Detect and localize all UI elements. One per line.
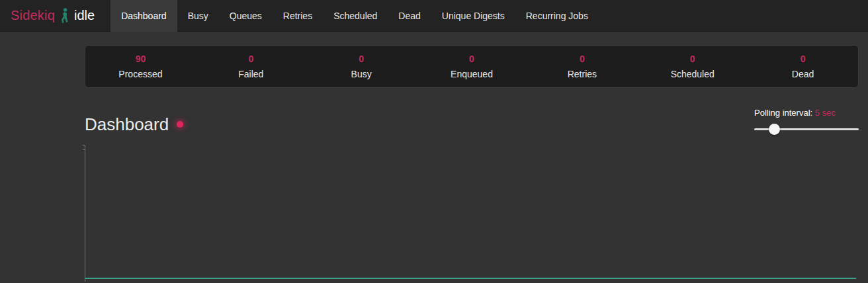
chart-series-line	[85, 278, 856, 279]
stat-busy: 0 Busy	[306, 54, 417, 79]
stat-dead-value: 0	[748, 54, 858, 64]
stat-dead-label: Dead	[748, 69, 858, 79]
chart-y-axis-tick	[83, 149, 85, 150]
stat-retries-label: Retries	[527, 69, 637, 79]
nav-item-dashboard[interactable]: Dashboard	[110, 0, 177, 32]
stat-scheduled: 0 Scheduled	[637, 54, 748, 79]
title-wrap: Dashboard	[85, 114, 183, 134]
dashboard-header-row: Dashboard Polling interval: 5 sec	[85, 108, 859, 135]
nav-item-queues[interactable]: Queues	[219, 0, 273, 32]
polling-interval-slider[interactable]	[754, 124, 859, 135]
live-beacon-icon	[177, 121, 183, 128]
stat-enqueued-label: Enqueued	[417, 69, 527, 79]
nav-item-recurring-jobs[interactable]: Recurring Jobs	[515, 0, 599, 32]
sidekiq-brand[interactable]: Sidekiq idle	[0, 0, 101, 31]
realtime-dashboard-chart	[85, 145, 859, 282]
stat-retries: 0 Retries	[527, 54, 637, 79]
stat-busy-value: 0	[306, 54, 417, 64]
stat-enqueued-value: 0	[417, 54, 527, 64]
slider-thumb[interactable]	[769, 124, 780, 135]
brand-name: Sidekiq	[11, 8, 55, 23]
page-title: Dashboard	[85, 114, 169, 134]
chart-y-axis-tick	[83, 145, 85, 146]
stat-enqueued: 0 Enqueued	[417, 54, 527, 79]
stats-summary-bar: 90 Processed 0 Failed 0 Busy 0 Enqueued …	[85, 45, 859, 88]
stat-retries-value: 0	[527, 54, 637, 64]
chart-y-axis	[85, 145, 85, 282]
stat-failed: 0 Failed	[196, 54, 306, 79]
nav-item-scheduled[interactable]: Scheduled	[323, 0, 388, 32]
nav-tabs: Dashboard Busy Queues Retries Scheduled …	[110, 0, 599, 31]
page-container: 90 Processed 0 Failed 0 Busy 0 Enqueued …	[85, 45, 859, 282]
stat-processed-value: 90	[85, 54, 196, 64]
stat-processed-label: Processed	[85, 69, 196, 79]
stat-scheduled-label: Scheduled	[637, 69, 748, 79]
polling-interval-label: Polling interval:	[754, 108, 812, 118]
stat-busy-label: Busy	[306, 69, 417, 79]
nav-item-retries[interactable]: Retries	[273, 0, 323, 32]
nav-item-unique-digests[interactable]: Unique Digests	[431, 0, 515, 32]
polling-interval-control: Polling interval: 5 sec	[754, 108, 859, 135]
stat-failed-label: Failed	[196, 69, 306, 79]
top-navbar: Sidekiq idle Dashboard Busy Queues Retri…	[0, 0, 868, 32]
polling-interval-text: Polling interval: 5 sec	[754, 108, 859, 118]
stat-failed-value: 0	[196, 54, 306, 64]
polling-interval-value: 5 sec	[815, 108, 836, 118]
stat-processed: 90 Processed	[85, 54, 196, 79]
nav-item-busy[interactable]: Busy	[177, 0, 219, 32]
sidekiq-mascot-icon	[60, 8, 69, 23]
stat-dead: 0 Dead	[748, 54, 858, 79]
nav-item-dead[interactable]: Dead	[388, 0, 431, 32]
brand-status-text: idle	[74, 8, 95, 23]
stat-scheduled-value: 0	[637, 54, 748, 64]
